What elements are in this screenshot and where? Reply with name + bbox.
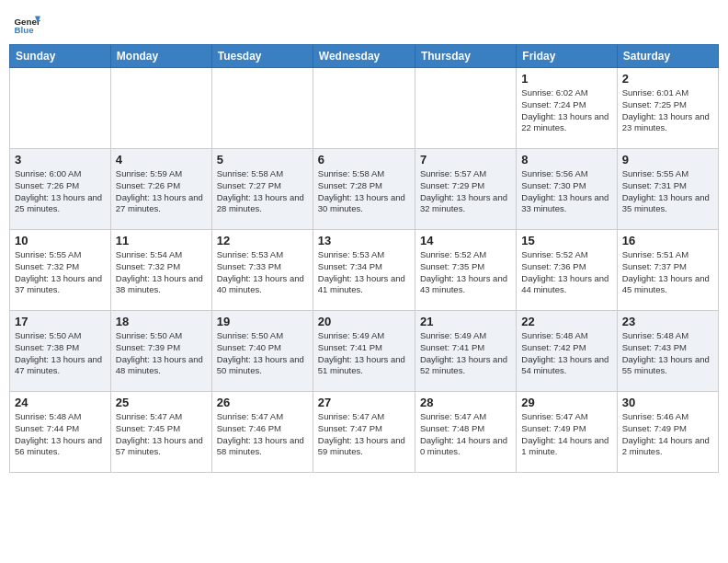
calendar-cell: 24Sunrise: 5:48 AM Sunset: 7:44 PM Dayli… [10,392,111,473]
day-info: Sunrise: 5:50 AM Sunset: 7:38 PM Dayligh… [15,330,106,377]
calendar-cell: 1Sunrise: 6:02 AM Sunset: 7:24 PM Daylig… [517,68,617,149]
day-number: 2 [622,72,713,86]
calendar-cell: 21Sunrise: 5:49 AM Sunset: 7:41 PM Dayli… [415,311,516,392]
day-number: 18 [116,315,207,328]
day-info: Sunrise: 5:58 AM Sunset: 7:28 PM Dayligh… [318,168,410,215]
day-info: Sunrise: 5:48 AM Sunset: 7:42 PM Dayligh… [521,330,611,377]
calendar-cell: 22Sunrise: 5:48 AM Sunset: 7:42 PM Dayli… [517,311,617,392]
day-info: Sunrise: 5:57 AM Sunset: 7:29 PM Dayligh… [420,168,511,215]
calendar-week-row: 3Sunrise: 6:00 AM Sunset: 7:26 PM Daylig… [10,149,719,230]
calendar-header-row: SundayMondayTuesdayWednesdayThursdayFrid… [10,45,719,68]
day-info: Sunrise: 5:48 AM Sunset: 7:43 PM Dayligh… [622,330,713,377]
day-number: 28 [420,396,511,409]
calendar-cell: 5Sunrise: 5:58 AM Sunset: 7:27 PM Daylig… [211,149,313,230]
day-number: 21 [420,315,511,328]
calendar-cell: 9Sunrise: 5:55 AM Sunset: 7:31 PM Daylig… [617,149,718,230]
calendar-cell: 12Sunrise: 5:53 AM Sunset: 7:33 PM Dayli… [211,230,313,311]
calendar-week-row: 10Sunrise: 5:55 AM Sunset: 7:32 PM Dayli… [10,230,719,311]
day-number: 11 [116,234,207,247]
day-number: 29 [521,396,611,409]
calendar-cell: 18Sunrise: 5:50 AM Sunset: 7:39 PM Dayli… [110,311,211,392]
day-info: Sunrise: 5:53 AM Sunset: 7:34 PM Dayligh… [318,249,410,296]
calendar-cell [415,68,516,149]
day-number: 16 [622,234,713,247]
calendar-cell [313,68,415,149]
day-info: Sunrise: 5:52 AM Sunset: 7:35 PM Dayligh… [420,249,511,296]
day-info: Sunrise: 5:55 AM Sunset: 7:32 PM Dayligh… [15,249,106,296]
calendar-cell: 10Sunrise: 5:55 AM Sunset: 7:32 PM Dayli… [10,230,111,311]
day-info: Sunrise: 5:49 AM Sunset: 7:41 PM Dayligh… [420,330,511,377]
day-number: 22 [521,315,611,328]
day-number: 17 [15,315,106,328]
calendar-cell: 26Sunrise: 5:47 AM Sunset: 7:46 PM Dayli… [211,392,313,473]
day-info: Sunrise: 5:59 AM Sunset: 7:26 PM Dayligh… [116,168,207,215]
page-header: General Blue [9,9,719,37]
day-number: 26 [217,396,308,409]
day-info: Sunrise: 5:47 AM Sunset: 7:45 PM Dayligh… [116,411,207,458]
day-info: Sunrise: 5:54 AM Sunset: 7:32 PM Dayligh… [116,249,207,296]
day-info: Sunrise: 5:47 AM Sunset: 7:48 PM Dayligh… [420,411,511,458]
calendar-cell: 13Sunrise: 5:53 AM Sunset: 7:34 PM Dayli… [313,230,415,311]
calendar-cell: 11Sunrise: 5:54 AM Sunset: 7:32 PM Dayli… [110,230,211,311]
day-info: Sunrise: 5:47 AM Sunset: 7:46 PM Dayligh… [217,411,308,458]
day-info: Sunrise: 5:55 AM Sunset: 7:31 PM Dayligh… [622,168,713,215]
day-info: Sunrise: 5:52 AM Sunset: 7:36 PM Dayligh… [521,249,611,296]
day-number: 10 [15,234,106,247]
day-number: 1 [521,72,611,86]
calendar-cell: 23Sunrise: 5:48 AM Sunset: 7:43 PM Dayli… [617,311,718,392]
calendar-table: SundayMondayTuesdayWednesdayThursdayFrid… [9,44,719,473]
calendar-cell: 28Sunrise: 5:47 AM Sunset: 7:48 PM Dayli… [415,392,516,473]
calendar-cell: 3Sunrise: 6:00 AM Sunset: 7:26 PM Daylig… [10,149,111,230]
day-info: Sunrise: 5:48 AM Sunset: 7:44 PM Dayligh… [15,411,106,458]
day-number: 3 [15,153,106,167]
weekday-header: Friday [517,45,617,68]
calendar-cell: 15Sunrise: 5:52 AM Sunset: 7:36 PM Dayli… [517,230,617,311]
calendar-cell: 2Sunrise: 6:01 AM Sunset: 7:25 PM Daylig… [617,68,718,149]
day-info: Sunrise: 5:49 AM Sunset: 7:41 PM Dayligh… [318,330,410,377]
weekday-header: Monday [110,45,211,68]
day-number: 30 [622,396,713,409]
day-info: Sunrise: 5:50 AM Sunset: 7:40 PM Dayligh… [217,330,308,377]
calendar-cell: 17Sunrise: 5:50 AM Sunset: 7:38 PM Dayli… [10,311,111,392]
day-number: 15 [521,234,611,247]
day-info: Sunrise: 5:51 AM Sunset: 7:37 PM Dayligh… [622,249,713,296]
day-number: 7 [420,153,511,167]
weekday-header: Saturday [617,45,718,68]
day-info: Sunrise: 5:47 AM Sunset: 7:49 PM Dayligh… [521,411,611,458]
day-number: 27 [318,396,410,409]
day-info: Sunrise: 6:00 AM Sunset: 7:26 PM Dayligh… [15,168,106,215]
day-number: 4 [116,153,207,167]
day-number: 24 [15,396,106,409]
day-info: Sunrise: 5:58 AM Sunset: 7:27 PM Dayligh… [217,168,308,215]
calendar-cell [211,68,313,149]
day-number: 5 [217,153,308,167]
calendar-cell [10,68,111,149]
calendar-cell: 29Sunrise: 5:47 AM Sunset: 7:49 PM Dayli… [517,392,617,473]
calendar-cell: 27Sunrise: 5:47 AM Sunset: 7:47 PM Dayli… [313,392,415,473]
svg-text:Blue: Blue [15,25,35,35]
day-info: Sunrise: 5:50 AM Sunset: 7:39 PM Dayligh… [116,330,207,377]
weekday-header: Wednesday [313,45,415,68]
day-info: Sunrise: 5:53 AM Sunset: 7:33 PM Dayligh… [217,249,308,296]
day-number: 14 [420,234,511,247]
day-number: 25 [116,396,207,409]
weekday-header: Thursday [415,45,516,68]
day-number: 9 [622,153,713,167]
weekday-header: Tuesday [211,45,313,68]
calendar-cell: 14Sunrise: 5:52 AM Sunset: 7:35 PM Dayli… [415,230,516,311]
day-number: 19 [217,315,308,328]
day-info: Sunrise: 6:01 AM Sunset: 7:25 PM Dayligh… [622,87,713,134]
day-number: 6 [318,153,410,167]
calendar-cell: 6Sunrise: 5:58 AM Sunset: 7:28 PM Daylig… [313,149,415,230]
calendar-cell: 20Sunrise: 5:49 AM Sunset: 7:41 PM Dayli… [313,311,415,392]
calendar-week-row: 1Sunrise: 6:02 AM Sunset: 7:24 PM Daylig… [10,68,719,149]
day-info: Sunrise: 5:46 AM Sunset: 7:49 PM Dayligh… [622,411,713,458]
calendar-cell: 7Sunrise: 5:57 AM Sunset: 7:29 PM Daylig… [415,149,516,230]
calendar-cell: 4Sunrise: 5:59 AM Sunset: 7:26 PM Daylig… [110,149,211,230]
calendar-cell [110,68,211,149]
calendar-week-row: 24Sunrise: 5:48 AM Sunset: 7:44 PM Dayli… [10,392,719,473]
day-info: Sunrise: 5:56 AM Sunset: 7:30 PM Dayligh… [521,168,611,215]
calendar-cell: 25Sunrise: 5:47 AM Sunset: 7:45 PM Dayli… [110,392,211,473]
calendar-cell: 30Sunrise: 5:46 AM Sunset: 7:49 PM Dayli… [617,392,718,473]
calendar-cell: 8Sunrise: 5:56 AM Sunset: 7:30 PM Daylig… [517,149,617,230]
